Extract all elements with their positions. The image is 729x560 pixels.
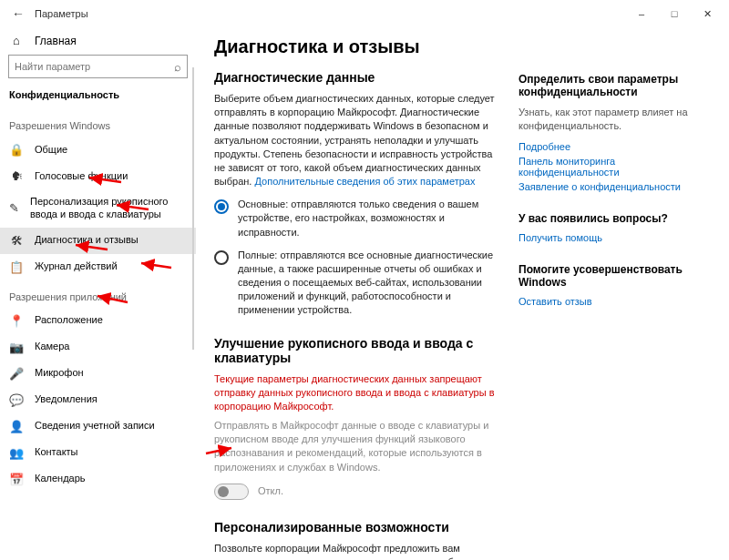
group-windows-permissions: Разрешения Windows [0, 109, 196, 137]
link-statement[interactable]: Заявление о конфиденциальности [519, 181, 718, 192]
link-help[interactable]: Получить помощь [519, 232, 718, 243]
sidebar-item-icon: 🔒 [9, 143, 24, 157]
sidebar-item-icon: 🛠 [9, 234, 24, 248]
sidebar-item-label: Голосовые функции [35, 170, 128, 183]
sidebar-item-label: Сведения учетной записи [35, 420, 155, 433]
sidebar-scrollbar[interactable] [192, 67, 194, 350]
sidebar-item-icon: 🎤 [9, 367, 24, 381]
current-section: Конфиденциальность [0, 86, 196, 109]
inking-heading: Улучшение рукописного ввода и ввода с кл… [214, 336, 506, 365]
sidebar-item-label: Общие [35, 144, 67, 157]
sidebar-item-icon: 📋 [9, 260, 24, 274]
diagnostic-more-info-link[interactable]: Дополнительные сведения об этих параметр… [254, 176, 475, 187]
sidebar-item[interactable]: 💬Уведомления [0, 387, 196, 413]
sidebar-item-label: Диагностика и отзывы [35, 234, 139, 247]
help-aside: Определить свои параметры конфиденциальн… [515, 33, 729, 560]
back-button[interactable]: ← [5, 6, 31, 21]
sidebar-item-label: Контакты [35, 446, 78, 459]
group-app-permissions: Разрешения приложений [0, 280, 196, 308]
radio-basic-control[interactable] [214, 199, 229, 214]
radio-full[interactable]: Полные: отправляются все основные диагно… [214, 249, 506, 318]
maximize-button[interactable]: □ [658, 0, 691, 27]
aside-privacy-title: Определить свои параметры конфиденциальн… [519, 73, 718, 98]
sidebar-item[interactable]: 👥Контакты [0, 440, 196, 466]
sidebar-item-icon: 🗣 [9, 169, 24, 183]
search-input[interactable] [15, 61, 174, 72]
inking-warning: Текущие параметры диагностических данных… [214, 372, 506, 414]
page-title: Диагностика и отзывы [214, 36, 506, 57]
sidebar-item-icon: 👥 [9, 446, 24, 460]
sidebar-item-icon: 👤 [9, 420, 24, 433]
search-icon: ⌕ [174, 60, 181, 74]
radio-basic-label: Основные: отправляются только сведения о… [238, 198, 506, 239]
sidebar-item-icon: 📍 [9, 314, 24, 328]
sidebar-item-icon: ✎ [9, 201, 19, 215]
sidebar-item-icon: 💬 [9, 393, 24, 407]
sidebar-item[interactable]: 📍Расположение [0, 308, 196, 334]
home-icon: ⌂ [9, 34, 24, 47]
link-dashboard[interactable]: Панель мониторинга конфиденциальности [519, 156, 718, 178]
sidebar-item-label: Расположение [35, 314, 103, 327]
close-button[interactable]: ✕ [691, 0, 724, 27]
radio-full-control[interactable] [214, 250, 229, 265]
sidebar-item[interactable]: 🔒Общие [0, 137, 196, 163]
home-label: Главная [35, 35, 77, 47]
sidebar-item[interactable]: 📷Камера [0, 334, 196, 361]
personalized-heading: Персонализированные возможности [214, 520, 506, 535]
sidebar-item-label: Уведомления [35, 393, 98, 406]
radio-full-label: Полные: отправляются все основные диагно… [238, 249, 506, 318]
sidebar-item-label: Календарь [35, 473, 86, 485]
inking-toggle-state: Откл. [258, 484, 283, 498]
home-link[interactable]: ⌂ Главная [0, 29, 196, 55]
sidebar-item[interactable]: 🛠Диагностика и отзывы [0, 228, 196, 254]
minimize-button[interactable]: – [625, 0, 658, 27]
search-box[interactable]: ⌕ [8, 55, 188, 78]
sidebar-item-label: Микрофон [35, 367, 84, 380]
sidebar-item[interactable]: 🎤Микрофон [0, 361, 196, 387]
personalized-desc: Позвольте корпорации Майкрософт предложи… [214, 542, 506, 560]
sidebar-item[interactable]: 🗣Голосовые функции [0, 163, 196, 189]
sidebar-item[interactable]: 📅Календарь [0, 466, 196, 493]
sidebar-item-label: Журнал действий [35, 260, 118, 273]
sidebar-item-label: Камера [35, 341, 69, 353]
aside-privacy-desc: Узнать, как этот параметр влияет на конф… [519, 106, 718, 134]
aside-improve-title: Помогите усовершенствовать Windows [519, 263, 718, 289]
main-content: Диагностика и отзывы Диагностические дан… [214, 33, 515, 560]
sidebar-item[interactable]: ✎Персонализация рукописного ввода и ввод… [0, 189, 196, 228]
radio-basic[interactable]: Основные: отправляются только сведения о… [214, 198, 506, 239]
inking-toggle[interactable] [214, 484, 249, 500]
sidebar-item-label: Персонализация рукописного ввода и ввода… [30, 196, 187, 221]
link-feedback[interactable]: Оставить отзыв [519, 296, 718, 307]
diagnostic-data-heading: Диагностические данные [214, 70, 506, 85]
aside-questions-title: У вас появились вопросы? [519, 212, 718, 225]
sidebar: ⌂ Главная ⌕ Конфиденциальность Разрешени… [0, 27, 196, 560]
window-title: Параметры [31, 8, 625, 19]
sidebar-item[interactable]: 📋Журнал действий [0, 254, 196, 280]
sidebar-item[interactable]: 👤Сведения учетной записи [0, 413, 196, 440]
diagnostic-intro: Выберите объем диагностических данных, к… [214, 92, 506, 188]
sidebar-item-icon: 📷 [9, 341, 24, 354]
sidebar-item-icon: 📅 [9, 473, 24, 486]
link-more[interactable]: Подробнее [519, 141, 718, 152]
inking-desc: Отправлять в Майкрософт данные о вводе с… [214, 419, 506, 474]
